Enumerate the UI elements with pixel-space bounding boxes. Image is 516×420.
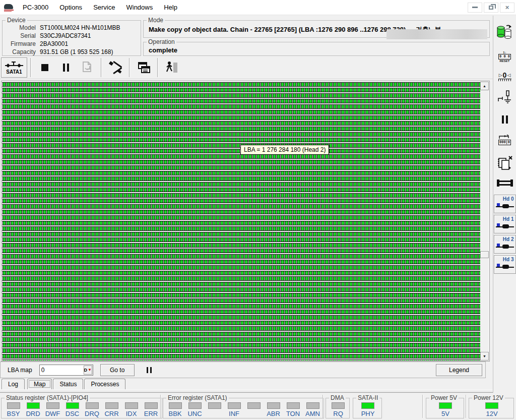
error-register-title: Error register (SATA1): [166, 394, 229, 401]
lba-dropdown-button[interactable]: D▼: [84, 366, 92, 375]
head-test-button[interactable]: [495, 90, 515, 104]
head-button-label: Hd 3: [503, 257, 514, 262]
redacted-text: [386, 29, 487, 39]
head-select-button[interactable]: Hd 0: [494, 195, 516, 213]
led-cell: INF: [224, 402, 244, 417]
led-indicator: [228, 402, 241, 409]
power12-title: Power 12V: [472, 394, 505, 401]
led-cell: BSY: [4, 402, 23, 417]
menu-item[interactable]: Options: [54, 0, 88, 15]
power12-group: Power 12V 12V: [469, 394, 514, 418]
sector-map-grid[interactable]: [2, 82, 480, 361]
operation-panel-title: Operation: [147, 38, 176, 45]
operation-status: complete: [144, 45, 489, 54]
map-scrollbar[interactable]: ▲ ▼: [480, 82, 489, 361]
led-cell: PHY: [355, 402, 380, 417]
scrollbar-thumb[interactable]: [480, 251, 489, 258]
sata1-port-button[interactable]: SATA1: [1, 57, 27, 78]
ruler-icon: [498, 79, 511, 81]
device-row-label: Serial: [5, 32, 36, 40]
toolbar-separator: [30, 58, 31, 77]
led-indicator: [306, 402, 319, 409]
device-panel: Device Model ST1000LM024 HN-M101MBB Seri…: [2, 17, 141, 56]
view-tab[interactable]: Processes: [84, 379, 125, 389]
lba-map-panel: LBA = 1 276 284 180 (Head 2) ▲ ▼: [1, 81, 490, 362]
led-cell: 5V: [428, 402, 463, 417]
led-label: DSC: [66, 410, 79, 417]
pc3000-window: PC-3000OptionsServiceWindowsHelp × Devic…: [0, 0, 516, 420]
settings-button[interactable]: [105, 57, 126, 78]
close-button[interactable]: ×: [500, 3, 514, 13]
pause-button[interactable]: [55, 57, 77, 78]
led-label: AMN: [305, 410, 320, 417]
map-pause-indicator-icon: [147, 367, 152, 373]
sidebar-pause-button[interactable]: [495, 115, 515, 124]
menu-item[interactable]: PC-3000: [17, 0, 54, 15]
sector-counter-button[interactable]: ▷0◁: [495, 72, 515, 81]
led-indicator: [439, 402, 452, 409]
reset-counter-button[interactable]: 1↓ 0 0 0 RESET: [495, 51, 515, 63]
led-cell: DSC: [62, 402, 82, 417]
status-divider: [466, 395, 467, 418]
led-cell: DRD: [23, 402, 43, 417]
view-tab[interactable]: Log: [2, 379, 25, 389]
lba-map-label: LBA map: [8, 367, 32, 374]
lba-tooltip: LBA = 1 276 284 180 (Head 2): [240, 145, 329, 155]
restore-button[interactable]: [484, 3, 498, 13]
pause-icon: [502, 115, 508, 124]
led-cell: [205, 402, 224, 417]
led-cell: CRR: [102, 402, 121, 417]
head-select-button[interactable]: Hd 3: [494, 255, 516, 274]
head-select-button[interactable]: Hd 1: [494, 215, 516, 233]
registers-digits: 000|0: [498, 140, 511, 145]
led-indicator: [7, 402, 20, 409]
registers-view-button[interactable]: 000|0: [495, 135, 515, 145]
windows-button[interactable]: [133, 57, 154, 78]
status-divider: [160, 395, 161, 418]
arrow-corner-icon: [497, 135, 512, 140]
app-logo-icon: [4, 4, 14, 12]
led-label: TON: [286, 410, 300, 417]
lba-input[interactable]: [40, 365, 84, 375]
stop-button[interactable]: [34, 57, 55, 78]
led-label: ABR: [267, 410, 280, 417]
scroll-up-button[interactable]: ▲: [480, 82, 489, 90]
minimize-button[interactable]: [468, 3, 482, 13]
close-maps-button[interactable]: [495, 155, 515, 171]
led-cell: UNC: [185, 402, 205, 417]
resume-copy-button-disabled[interactable]: [77, 57, 98, 78]
copy-data-button[interactable]: [495, 25, 515, 40]
led-indicator: [145, 402, 158, 409]
view-tab[interactable]: Status: [53, 379, 83, 389]
menu-item[interactable]: Service: [88, 0, 120, 15]
goto-button[interactable]: Go to: [100, 364, 135, 376]
led-indicator: [485, 402, 498, 409]
operation-panel: Operation complete: [143, 38, 490, 56]
terminator-button[interactable]: [495, 179, 515, 187]
right-tool-sidebar: 1↓ 0 0 0 RESET ▷0◁ 000|0: [493, 16, 516, 393]
led-label: ERR: [144, 410, 158, 417]
lba-goto-bar: LBA map D▼ Go to Legend: [0, 362, 486, 378]
power5-title: Power 5V: [429, 394, 459, 401]
device-row-label: Capacity: [5, 48, 36, 56]
device-row-label: Firmware: [5, 40, 36, 48]
legend-button[interactable]: Legend: [436, 364, 482, 376]
led-label: DRD: [26, 410, 40, 417]
exit-icon: [165, 61, 179, 74]
mode-panel: Mode Make copy of object data. Chain - 2…: [143, 17, 490, 38]
menu-item[interactable]: Windows: [120, 0, 158, 15]
exit-button[interactable]: [161, 57, 182, 78]
scroll-down-button[interactable]: ▼: [480, 352, 489, 361]
led-label: DWF: [45, 410, 60, 417]
led-indicator: [46, 402, 59, 409]
toolbar-separator: [101, 58, 102, 77]
head-select-button[interactable]: Hd 2: [494, 235, 516, 254]
view-tab[interactable]: Map: [27, 379, 52, 389]
led-label: RQ: [333, 410, 343, 417]
status-bar: Status register (SATA1)-[PIO4] BSY DRD D…: [0, 393, 516, 420]
page-arrow-icon: [81, 61, 94, 74]
pause-icon: [63, 64, 69, 72]
toolbar-separator: [157, 58, 158, 77]
tools-icon: [109, 61, 122, 74]
menu-item[interactable]: Help: [158, 0, 183, 15]
